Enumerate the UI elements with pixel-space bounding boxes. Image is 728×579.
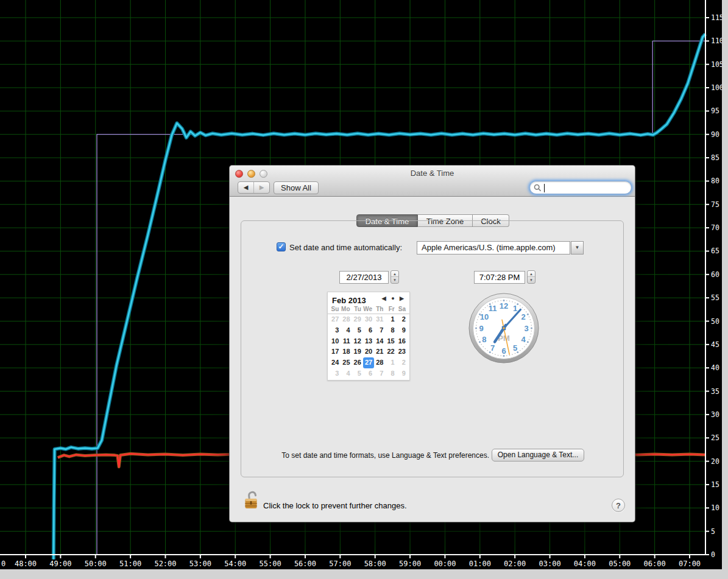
calendar-day[interactable]: 1 (385, 357, 396, 368)
y-tick-label: 110 (711, 37, 722, 45)
calendar-day[interactable]: 1 (385, 314, 396, 325)
calendar-day[interactable]: 29 (352, 314, 363, 325)
x-tick-label: 56:00 (294, 560, 316, 568)
y-tick-label: 30 (711, 410, 719, 419)
clock-numeral: 5 (513, 343, 517, 353)
x-tick-label: 48:00 (15, 560, 37, 568)
clock-tick (498, 301, 499, 302)
clock-tick (527, 341, 529, 343)
clock-tick (476, 322, 478, 323)
date-field[interactable]: 2/27/2013 (339, 271, 389, 284)
calendar-day[interactable]: 3 (330, 325, 341, 336)
y-tick-label: 60 (711, 270, 719, 279)
calendar-day[interactable]: 18 (341, 346, 352, 357)
calendar-day[interactable]: 28 (374, 357, 385, 368)
calendar-day[interactable]: 27 (330, 314, 341, 325)
calendar-day[interactable]: 6 (363, 368, 374, 379)
analog-clock: 123456789101112PM (468, 292, 540, 364)
clock-numeral: 6 (501, 346, 506, 356)
clock-numeral: 2 (521, 312, 525, 321)
calendar-day[interactable]: 4 (341, 368, 352, 379)
calendar: Feb 2013 ◀ ● ▶ SuMoTuWeThFrSa 2728293031… (327, 292, 410, 381)
calendar-day[interactable]: 11 (341, 336, 352, 347)
calendar-day[interactable]: 3 (330, 368, 341, 379)
y-tick-label: 75 (711, 200, 719, 209)
clock-numeral: 8 (482, 335, 486, 344)
clock-tick (482, 346, 484, 348)
calendar-nav-buttons[interactable]: ◀ ● ▶ (382, 295, 406, 301)
calendar-day[interactable]: 5 (352, 325, 363, 336)
calendar-day[interactable]: 23 (397, 346, 408, 357)
forward-button[interactable]: ▶ (254, 182, 269, 193)
calendar-day[interactable]: 13 (363, 336, 374, 347)
time-field[interactable]: 7:07:28 PM (474, 271, 525, 284)
text-caret (544, 184, 545, 192)
calendar-day[interactable]: 9 (397, 368, 408, 379)
tab-content-pane (241, 220, 624, 477)
calendar-day[interactable]: 24 (330, 357, 341, 368)
calendar-day[interactable]: 21 (374, 346, 385, 357)
help-button[interactable]: ? (612, 499, 625, 512)
calendar-day[interactable]: 14 (374, 336, 385, 347)
calendar-day[interactable]: 8 (385, 368, 396, 379)
clock-tick (498, 355, 499, 356)
calendar-day[interactable]: 28 (341, 314, 352, 325)
calendar-day[interactable]: 7 (374, 368, 385, 379)
clock-tick (506, 355, 507, 356)
time-stepper[interactable]: ▲▼ (527, 270, 535, 284)
open-language-text-button[interactable]: Open Language & Text... (492, 449, 584, 461)
unlocked-lock-icon[interactable] (243, 490, 260, 513)
calendar-day[interactable]: 17 (330, 346, 341, 357)
x-tick-label: 02:00 (504, 560, 526, 568)
calendar-day[interactable]: 30 (363, 314, 374, 325)
calendar-day[interactable]: 20 (363, 346, 374, 357)
clock-tick (522, 348, 523, 349)
calendar-day[interactable]: 10 (330, 336, 341, 347)
y-tick-label: 5 (711, 527, 715, 536)
calendar-day[interactable]: 9 (397, 325, 408, 336)
calendar-day[interactable]: 12 (352, 336, 363, 347)
back-button[interactable]: ◀ (238, 182, 254, 193)
clock-tick (478, 317, 479, 318)
clock-tick (529, 336, 531, 337)
clock-tick (520, 305, 521, 306)
auto-datetime-label: Set date and time automatically: (289, 243, 402, 252)
clock-tick (526, 311, 527, 312)
clock-tick (512, 301, 513, 303)
calendar-day-selected[interactable]: 27 (363, 357, 374, 368)
clock-tick (477, 319, 478, 320)
ntp-server-field[interactable]: Apple Americas/U.S. (time.apple.com) (417, 241, 570, 254)
calendar-day[interactable]: 15 (385, 336, 396, 347)
calendar-day[interactable]: 16 (397, 336, 408, 347)
date-stepper[interactable]: ▲▼ (391, 270, 399, 284)
auto-datetime-checkbox[interactable]: ✓ (277, 242, 286, 251)
calendar-day[interactable]: 25 (341, 357, 352, 368)
calendar-day[interactable]: 4 (341, 325, 352, 336)
calendar-day[interactable]: 26 (352, 357, 363, 368)
ntp-server-dropdown-button[interactable]: ▼ (571, 241, 584, 254)
clock-tick (524, 309, 525, 311)
calendar-day[interactable]: 2 (397, 314, 408, 325)
calendar-day[interactable]: 5 (352, 368, 363, 379)
x-tick-label: 05:00 (609, 560, 631, 568)
calendar-day[interactable]: 8 (385, 325, 396, 336)
calendar-day[interactable]: 22 (385, 346, 396, 357)
show-all-button[interactable]: Show All (274, 181, 319, 194)
y-tick-label: 65 (711, 247, 719, 255)
clock-tick (524, 346, 525, 348)
calendar-day-header: Mo (341, 306, 352, 312)
calendar-day[interactable]: 2 (397, 357, 408, 368)
calendar-day[interactable]: 31 (374, 314, 385, 325)
calendar-day[interactable]: 19 (352, 346, 363, 357)
search-input[interactable] (529, 181, 632, 194)
calendar-day-header: Fr (385, 306, 396, 312)
clock-tick (531, 325, 532, 326)
calendar-day[interactable]: 7 (374, 325, 385, 336)
calendar-day[interactable]: 6 (363, 325, 374, 336)
y-tick-label: 90 (711, 130, 719, 139)
y-tick-label: 45 (711, 340, 719, 349)
clock-tick (515, 303, 516, 304)
clock-tick (492, 353, 493, 354)
x-tick-label: 03:00 (539, 560, 560, 568)
y-tick-label: 50 (711, 317, 719, 326)
